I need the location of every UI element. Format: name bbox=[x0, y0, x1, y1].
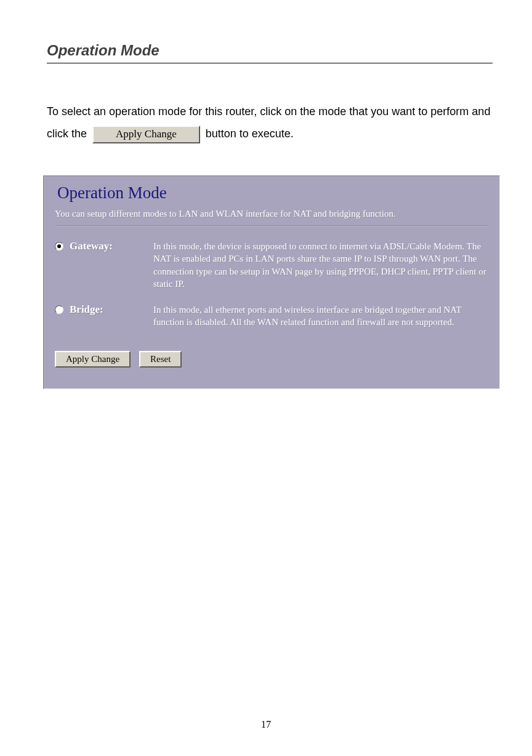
mode-row-bridge: Bridge: In this mode, all ethernet ports… bbox=[55, 304, 488, 329]
apply-change-inline-button: Apply Change bbox=[92, 126, 200, 143]
divider bbox=[55, 225, 488, 227]
mode-label-bridge: Bridge: bbox=[70, 304, 103, 316]
mode-row-gateway: Gateway: In this mode, the device is sup… bbox=[55, 240, 488, 290]
intro-text-2: button to execute. bbox=[206, 127, 294, 140]
radio-gateway[interactable] bbox=[55, 242, 63, 251]
mode-desc-bridge: In this mode, all ethernet ports and wir… bbox=[153, 304, 488, 329]
screenshot-button-row: Apply Change Reset bbox=[55, 351, 488, 368]
page-number: 17 bbox=[0, 719, 532, 730]
screenshot-title: Operation Mode bbox=[57, 183, 488, 203]
apply-change-button[interactable]: Apply Change bbox=[55, 351, 131, 368]
operation-mode-screenshot: Operation Mode You can setup different m… bbox=[43, 175, 500, 389]
reset-button[interactable]: Reset bbox=[139, 351, 182, 368]
radio-dot-icon bbox=[57, 244, 61, 248]
page-heading: Operation Mode bbox=[47, 42, 493, 63]
radio-bridge[interactable] bbox=[55, 305, 63, 314]
mode-label-gateway: Gateway: bbox=[70, 240, 113, 252]
mode-desc-gateway: In this mode, the device is supposed to … bbox=[153, 240, 488, 290]
intro-paragraph: To select an operation mode for this rou… bbox=[47, 100, 493, 145]
screenshot-subtitle: You can setup different modes to LAN and… bbox=[55, 209, 488, 219]
